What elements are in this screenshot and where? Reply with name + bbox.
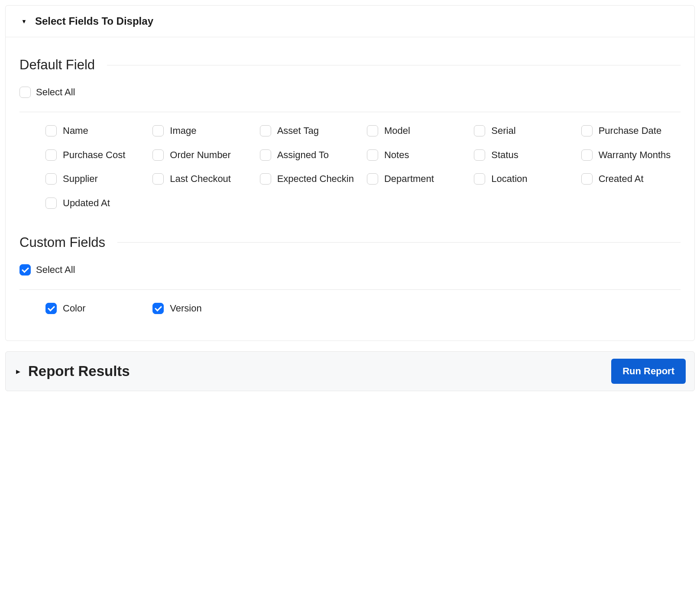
field-item[interactable]: Purchase Cost	[45, 149, 145, 162]
field-checkbox[interactable]	[45, 198, 57, 209]
custom-fields-heading: Custom Fields	[19, 235, 105, 250]
field-label: Assigned To	[277, 149, 359, 162]
field-checkbox[interactable]	[474, 149, 485, 161]
custom-fields-grid: ColorVersion	[19, 302, 681, 315]
field-checkbox[interactable]	[152, 125, 164, 136]
default-fields-divider	[19, 112, 681, 112]
field-label: Notes	[384, 149, 466, 162]
field-label: Name	[63, 124, 145, 137]
custom-select-all-row[interactable]: Select All	[19, 264, 681, 276]
field-checkbox[interactable]	[260, 125, 271, 136]
default-fields-heading-row: Default Field	[19, 57, 681, 73]
field-label: Serial	[491, 124, 573, 137]
field-checkbox[interactable]	[581, 125, 593, 136]
field-label: Color	[63, 302, 145, 315]
field-checkbox[interactable]	[152, 303, 164, 314]
report-results-panel: Report Results Run Report	[5, 351, 695, 391]
field-item[interactable]: Last Checkout	[152, 172, 252, 185]
field-checkbox[interactable]	[367, 149, 378, 161]
field-item[interactable]: Version	[152, 302, 252, 315]
custom-select-all-checkbox[interactable]	[19, 264, 31, 276]
field-item[interactable]: Asset Tag	[260, 124, 359, 137]
field-item[interactable]: Location	[474, 172, 573, 185]
field-item[interactable]: Image	[152, 124, 252, 137]
field-label: Purchase Date	[599, 124, 681, 137]
field-checkbox[interactable]	[45, 303, 57, 314]
default-select-all-checkbox[interactable]	[19, 87, 31, 98]
report-results-title: Report Results	[28, 363, 130, 379]
caret-right-icon	[16, 367, 20, 375]
field-checkbox[interactable]	[260, 173, 271, 185]
field-checkbox[interactable]	[581, 149, 593, 161]
select-fields-panel-header[interactable]: Select Fields To Display	[6, 6, 694, 37]
field-label: Version	[170, 302, 252, 315]
field-label: Model	[384, 124, 466, 137]
custom-fields-divider	[19, 289, 681, 290]
field-item[interactable]: Color	[45, 302, 145, 315]
field-checkbox[interactable]	[474, 173, 485, 185]
field-label: Created At	[599, 172, 681, 185]
custom-select-all-label: Select All	[36, 264, 75, 276]
select-fields-panel-body: Default Field Select All NameImageAsset …	[6, 37, 694, 340]
field-item[interactable]: Expected Checkin	[260, 172, 359, 185]
default-select-all-label: Select All	[36, 87, 75, 98]
field-item[interactable]: Assigned To	[260, 149, 359, 162]
field-label: Expected Checkin	[277, 172, 359, 185]
field-label: Location	[491, 172, 573, 185]
field-item[interactable]: Updated At	[45, 197, 145, 210]
run-report-button[interactable]: Run Report	[611, 359, 686, 384]
default-fields-heading: Default Field	[19, 57, 95, 73]
field-checkbox[interactable]	[367, 125, 378, 136]
field-label: Purchase Cost	[63, 149, 145, 162]
field-item[interactable]: Supplier	[45, 172, 145, 185]
field-item[interactable]: Order Number	[152, 149, 252, 162]
field-item[interactable]: Name	[45, 124, 145, 137]
field-item[interactable]: Department	[367, 172, 466, 185]
field-checkbox[interactable]	[474, 125, 485, 136]
field-checkbox[interactable]	[152, 149, 164, 161]
field-item[interactable]: Notes	[367, 149, 466, 162]
default-select-all-row[interactable]: Select All	[19, 87, 681, 98]
field-label: Order Number	[170, 149, 252, 162]
field-checkbox[interactable]	[260, 149, 271, 161]
field-checkbox[interactable]	[367, 173, 378, 185]
default-fields-grid: NameImageAsset TagModelSerialPurchase Da…	[19, 124, 681, 210]
report-results-header[interactable]: Report Results	[16, 363, 130, 379]
field-label: Department	[384, 172, 466, 185]
field-item[interactable]: Model	[367, 124, 466, 137]
field-label: Asset Tag	[277, 124, 359, 137]
field-checkbox[interactable]	[45, 125, 57, 136]
field-item[interactable]: Purchase Date	[581, 124, 681, 137]
field-item[interactable]: Created At	[581, 172, 681, 185]
field-label: Image	[170, 124, 252, 137]
select-fields-title: Select Fields To Display	[35, 15, 153, 27]
field-label: Last Checkout	[170, 172, 252, 185]
custom-fields-heading-row: Custom Fields	[19, 235, 681, 250]
field-item[interactable]: Warranty Months	[581, 149, 681, 162]
heading-divider-line	[117, 242, 681, 243]
field-item[interactable]: Status	[474, 149, 573, 162]
field-label: Updated At	[63, 197, 145, 210]
field-label: Warranty Months	[599, 149, 681, 162]
field-label: Supplier	[63, 172, 145, 185]
select-fields-panel: Select Fields To Display Default Field S…	[5, 5, 695, 341]
field-checkbox[interactable]	[152, 173, 164, 185]
field-checkbox[interactable]	[45, 173, 57, 185]
field-label: Status	[491, 149, 573, 162]
field-checkbox[interactable]	[581, 173, 593, 185]
caret-down-icon	[21, 17, 28, 25]
heading-divider-line	[107, 65, 681, 65]
field-item[interactable]: Serial	[474, 124, 573, 137]
field-checkbox[interactable]	[45, 149, 57, 161]
